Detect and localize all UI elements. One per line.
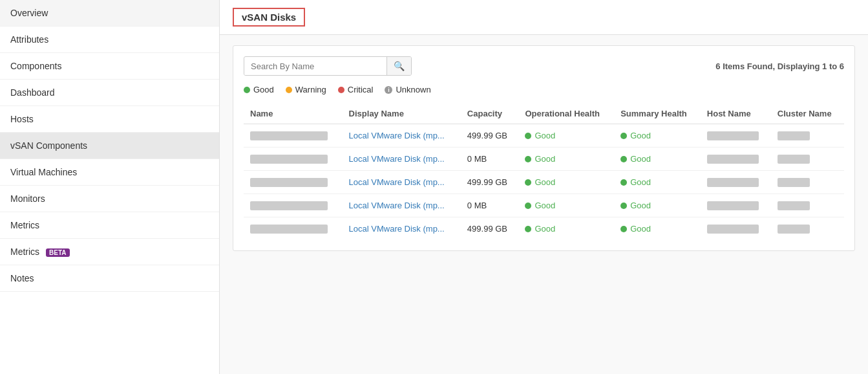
cell-display-name[interactable]: Local VMware Disk (mp... xyxy=(343,171,461,194)
good-dot xyxy=(244,87,250,93)
cell-display-name[interactable]: Local VMware Disk (mp... xyxy=(343,217,461,241)
sidebar-item-hosts[interactable]: Hosts xyxy=(0,106,219,133)
table-header: Name Display Name Capacity Operational H… xyxy=(244,104,844,124)
legend: Good Warning Critical i Unknown xyxy=(244,85,844,94)
cell-summary-health: Good xyxy=(614,124,701,148)
cell-operational-health: Good xyxy=(518,148,614,171)
table-row: ████████████████Local VMware Disk (mp...… xyxy=(244,148,844,171)
sidebar-item-label: Overview xyxy=(10,8,48,18)
legend-good-label: Good xyxy=(253,85,274,94)
content-area: 🔍 6 Items Found, Displaying 1 to 6 Good … xyxy=(220,35,868,261)
cell-cluster-name: ████ xyxy=(771,148,844,171)
sidebar-item-metrics-beta[interactable]: Metrics BETA xyxy=(0,239,219,265)
cell-operational-health: Good xyxy=(518,194,614,217)
sidebar-item-label: Virtual Machines xyxy=(10,167,77,177)
cell-name: ████████████████ xyxy=(244,171,343,194)
display-name-link[interactable]: Local VMware Disk (mp... xyxy=(349,154,445,164)
table-row: ████████████████Local VMware Disk (mp...… xyxy=(244,124,844,148)
sidebar-item-dashboard[interactable]: Dashboard xyxy=(0,80,219,106)
col-host-name: Host Name xyxy=(701,104,771,124)
cell-summary-health: Good xyxy=(614,217,701,241)
status-dot xyxy=(620,133,627,139)
sidebar-item-label: Metrics xyxy=(10,247,39,257)
status-dot xyxy=(620,226,627,232)
search-button[interactable]: 🔍 xyxy=(386,57,411,75)
status-dot xyxy=(525,179,531,186)
critical-dot xyxy=(338,87,344,93)
col-capacity: Capacity xyxy=(461,104,519,124)
sidebar-item-label: Hosts xyxy=(10,114,34,124)
col-name: Name xyxy=(244,104,343,124)
page-title: vSAN Disks xyxy=(233,8,305,27)
cell-capacity: 0 MB xyxy=(461,148,519,171)
status-label: Good xyxy=(630,177,651,187)
table-body: ████████████████Local VMware Disk (mp...… xyxy=(244,124,844,241)
search-input-wrap: 🔍 xyxy=(244,56,412,76)
table-row: ████████████████Local VMware Disk (mp...… xyxy=(244,171,844,194)
sidebar-item-attributes[interactable]: Attributes xyxy=(0,27,219,53)
sidebar-item-label: Metrics xyxy=(10,220,39,230)
cell-cluster-name: ████ xyxy=(771,194,844,217)
status-label: Good xyxy=(535,131,555,140)
page-header: vSAN Disks xyxy=(220,0,868,35)
cell-host-name: ██████████ xyxy=(701,124,771,148)
cell-cluster-name: ████ xyxy=(771,124,844,148)
status-label: Good xyxy=(630,224,651,234)
sidebar-item-virtual-machines[interactable]: Virtual Machines xyxy=(0,159,219,186)
cell-name: ████████████████ xyxy=(244,148,343,171)
search-row: 🔍 6 Items Found, Displaying 1 to 6 xyxy=(244,56,844,76)
cell-display-name[interactable]: Local VMware Disk (mp... xyxy=(343,148,461,171)
cell-name: ████████████████ xyxy=(244,217,343,241)
display-name-link[interactable]: Local VMware Disk (mp... xyxy=(349,131,445,140)
cell-name: ████████████████ xyxy=(244,124,343,148)
sidebar-item-components[interactable]: Components xyxy=(0,53,219,80)
cell-capacity: 499.99 GB xyxy=(461,217,519,241)
status-label: Good xyxy=(630,201,651,210)
col-summary-health: Summary Health xyxy=(614,104,701,124)
legend-good: Good xyxy=(244,85,274,94)
display-name-link[interactable]: Local VMware Disk (mp... xyxy=(349,201,445,210)
legend-warning-label: Warning xyxy=(295,85,326,94)
search-input[interactable] xyxy=(244,58,386,75)
table-row: ████████████████Local VMware Disk (mp...… xyxy=(244,217,844,241)
cell-cluster-name: ████ xyxy=(771,171,844,194)
display-name-link[interactable]: Local VMware Disk (mp... xyxy=(349,177,445,187)
status-label: Good xyxy=(535,177,555,187)
cell-cluster-name: ████ xyxy=(771,217,844,241)
cell-capacity: 499.99 GB xyxy=(461,124,519,148)
cell-host-name: ██████████ xyxy=(701,194,771,217)
cell-host-name: ██████████ xyxy=(701,148,771,171)
legend-critical: Critical xyxy=(338,85,374,94)
legend-unknown-label: Unknown xyxy=(396,85,430,94)
sidebar: Overview Attributes Components Dashboard… xyxy=(0,0,220,374)
beta-badge: BETA xyxy=(46,248,69,257)
status-label: Good xyxy=(535,224,555,234)
col-operational-health: Operational Health xyxy=(518,104,614,124)
sidebar-item-label: Attributes xyxy=(10,34,48,45)
legend-warning: Warning xyxy=(286,85,326,94)
sidebar-item-metrics[interactable]: Metrics xyxy=(0,212,219,239)
col-display-name: Display Name xyxy=(343,104,461,124)
sidebar-item-monitors[interactable]: Monitors xyxy=(0,186,219,212)
cell-display-name[interactable]: Local VMware Disk (mp... xyxy=(343,124,461,148)
status-label: Good xyxy=(630,154,651,164)
data-table: Name Display Name Capacity Operational H… xyxy=(244,104,844,240)
status-dot xyxy=(620,156,627,162)
cell-summary-health: Good xyxy=(614,171,701,194)
table-row: ████████████████Local VMware Disk (mp...… xyxy=(244,194,844,217)
display-name-link[interactable]: Local VMware Disk (mp... xyxy=(349,224,445,234)
status-dot xyxy=(525,156,531,162)
status-label: Good xyxy=(630,131,651,140)
status-dot xyxy=(525,133,531,139)
cell-operational-health: Good xyxy=(518,171,614,194)
status-dot xyxy=(525,226,531,232)
cell-capacity: 499.99 GB xyxy=(461,171,519,194)
cell-display-name[interactable]: Local VMware Disk (mp... xyxy=(343,194,461,217)
sidebar-item-overview[interactable]: Overview xyxy=(0,0,219,27)
sidebar-item-label: Notes xyxy=(10,273,34,283)
sidebar-item-vsan-components[interactable]: vSAN Components xyxy=(0,133,219,159)
sidebar-item-notes[interactable]: Notes xyxy=(0,265,219,292)
cell-host-name: ██████████ xyxy=(701,171,771,194)
status-dot xyxy=(525,203,531,209)
cell-summary-health: Good xyxy=(614,148,701,171)
